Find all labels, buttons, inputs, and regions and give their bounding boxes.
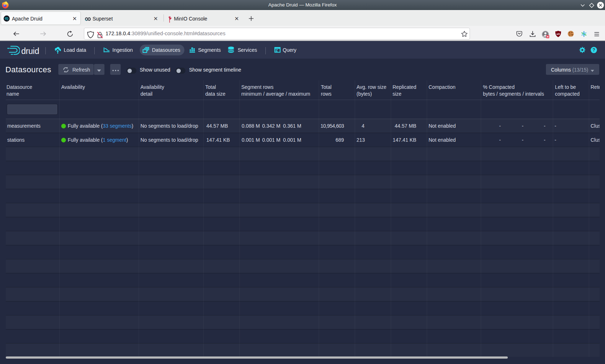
svg-text:uO: uO bbox=[556, 33, 560, 35]
